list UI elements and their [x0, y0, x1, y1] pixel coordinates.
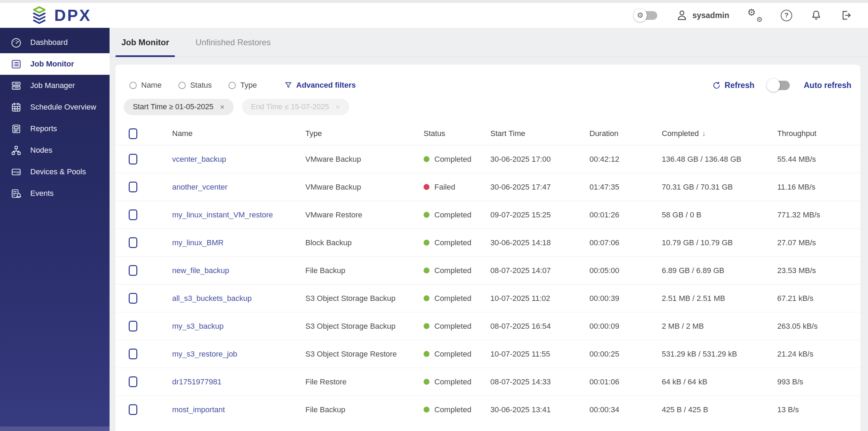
column-header-duration[interactable]: Duration: [589, 129, 662, 138]
duration-cell: 00:05:00: [589, 266, 662, 275]
job-status-cell: Completed: [424, 405, 490, 414]
job-monitor-panel: Name Status Type Advanced filters Refres…: [115, 65, 860, 431]
column-header-type[interactable]: Type: [305, 129, 424, 138]
chip-remove-icon[interactable]: ×: [336, 103, 340, 112]
notifications-bell-icon[interactable]: [810, 9, 822, 21]
refresh-button[interactable]: Refresh: [712, 81, 755, 90]
job-status-cell: Failed: [424, 183, 490, 192]
table-header: Name Type Status Start Time Duration Com…: [115, 122, 860, 145]
sidebar-nav: DashboardJob MonitorJob ManagerSchedule …: [0, 28, 110, 204]
chip-label: Start Time ≥ 01-05-2025: [133, 103, 214, 111]
window-top-edge: [0, 0, 868, 3]
job-status-cell: Completed: [424, 377, 490, 386]
job-type-cell: S3 Object Storage Backup: [305, 294, 424, 303]
row-checkbox[interactable]: [129, 349, 137, 359]
row-checkbox[interactable]: [129, 376, 137, 387]
radio-circle[interactable]: [178, 82, 186, 89]
status-label: Completed: [434, 266, 471, 275]
nodes-tree-icon: [10, 145, 22, 156]
row-checkbox[interactable]: [129, 154, 137, 165]
job-type-cell: S3 Object Storage Backup: [305, 322, 424, 331]
duration-cell: 00:00:39: [589, 294, 662, 303]
job-name-link[interactable]: vcenter_backup: [172, 155, 226, 163]
sidebar-item-label: Job Manager: [30, 81, 75, 90]
completed-cell: 58 GB / 0 B: [662, 210, 777, 220]
sidebar-item-schedule-overview[interactable]: Schedule Overview: [0, 96, 110, 118]
dpx-logo[interactable]: DPX: [30, 6, 91, 25]
filter-radio-type[interactable]: Type: [228, 81, 257, 90]
sidebar-footer-bar[interactable]: [0, 426, 110, 431]
status-dot-icon: [424, 379, 429, 385]
job-name-link[interactable]: dr1751977981: [172, 377, 222, 386]
sidebar-item-job-manager[interactable]: Job Manager: [0, 75, 110, 96]
start-time-cell: 09-07-2025 15:25: [490, 210, 589, 220]
job-status-cell: Completed: [424, 294, 490, 303]
row-checkbox[interactable]: [129, 293, 137, 304]
tab-unfinished-restores[interactable]: Unfinished Restores: [190, 28, 276, 57]
user-menu[interactable]: sysadmin: [676, 9, 729, 21]
sort-desc-arrow-icon[interactable]: ↓: [702, 129, 706, 138]
status-dot-icon: [424, 323, 429, 329]
row-checkbox[interactable]: [129, 182, 137, 192]
theme-toggle[interactable]: ⚙: [635, 10, 658, 21]
job-name-link[interactable]: my_s3_backup: [172, 322, 224, 330]
table-row: my_s3_backupS3 Object Storage BackupComp…: [115, 312, 860, 340]
column-header-throughput[interactable]: Throughput: [777, 129, 860, 138]
job-name-link[interactable]: my_linux_BMR: [172, 238, 224, 247]
column-header-status[interactable]: Status: [424, 129, 490, 138]
throughput-cell: 993 B/s: [777, 377, 860, 386]
filter-radio-name[interactable]: Name: [129, 81, 162, 90]
duration-cell: 00:01:06: [589, 377, 662, 386]
status-dot-icon: [424, 268, 429, 273]
job-name-link[interactable]: another_vcenter: [172, 183, 227, 191]
sidebar-item-job-monitor[interactable]: Job Monitor: [0, 53, 110, 75]
job-monitor-list-icon: [10, 58, 22, 70]
advanced-filters-button[interactable]: Advanced filters: [284, 81, 356, 90]
help-icon[interactable]: ?: [781, 10, 792, 21]
radio-circle[interactable]: [228, 82, 236, 89]
gear-small: ⚙: [756, 15, 763, 24]
status-label: Completed: [434, 322, 471, 331]
status-label: Completed: [434, 155, 471, 164]
status-label: Completed: [434, 377, 471, 386]
throughput-cell: 13 B/s: [777, 405, 860, 414]
column-header-start-time[interactable]: Start Time: [490, 129, 589, 138]
sidebar-item-events[interactable]: Events: [0, 183, 110, 204]
start-time-cell: 30-06-2025 17:47: [490, 183, 589, 192]
job-name-link[interactable]: my_s3_restore_job: [172, 350, 237, 358]
logout-icon[interactable]: [840, 9, 852, 21]
job-name-link[interactable]: new_file_backup: [172, 266, 229, 275]
filter-chip: Start Time ≥ 01-05-2025×: [124, 99, 234, 115]
sidebar-item-devices-pools[interactable]: Devices & Pools: [0, 161, 110, 183]
duration-cell: 00:00:09: [589, 322, 662, 331]
duration-cell: 00:01:26: [589, 210, 662, 220]
user-icon: [676, 9, 688, 21]
settings-gears-icon[interactable]: ⚙ ⚙: [747, 8, 763, 22]
row-checkbox[interactable]: [129, 321, 137, 332]
chip-remove-icon[interactable]: ×: [220, 103, 225, 112]
column-header-name[interactable]: Name: [172, 129, 305, 138]
duration-cell: 00:07:06: [589, 238, 662, 247]
calendar-icon: [10, 102, 22, 113]
events-bell-icon: [10, 188, 22, 199]
sidebar-item-nodes[interactable]: Nodes: [0, 139, 110, 161]
filter-radio-status[interactable]: Status: [178, 81, 212, 90]
start-time-cell: 08-07-2025 14:07: [490, 266, 589, 275]
row-checkbox[interactable]: [129, 404, 137, 415]
table-row: my_s3_restore_jobS3 Object Storage Resto…: [115, 340, 860, 368]
job-type-cell: File Backup: [305, 405, 424, 414]
tab-job-monitor[interactable]: Job Monitor: [115, 28, 175, 57]
row-checkbox[interactable]: [129, 237, 137, 248]
radio-circle[interactable]: [129, 82, 137, 89]
row-checkbox[interactable]: [129, 265, 137, 276]
sidebar-item-label: Devices & Pools: [30, 167, 86, 176]
column-header-completed[interactable]: Completed ↓: [662, 129, 777, 138]
job-name-link[interactable]: most_important: [172, 405, 225, 414]
sidebar-item-reports[interactable]: Reports: [0, 118, 110, 139]
select-all-checkbox[interactable]: [129, 128, 137, 139]
job-name-link[interactable]: my_linux_instant_VM_restore: [172, 210, 273, 219]
row-checkbox[interactable]: [129, 209, 137, 220]
sidebar-item-dashboard[interactable]: Dashboard: [0, 32, 110, 53]
auto-refresh-toggle[interactable]: [768, 80, 790, 90]
job-name-link[interactable]: all_s3_buckets_backup: [172, 294, 252, 303]
